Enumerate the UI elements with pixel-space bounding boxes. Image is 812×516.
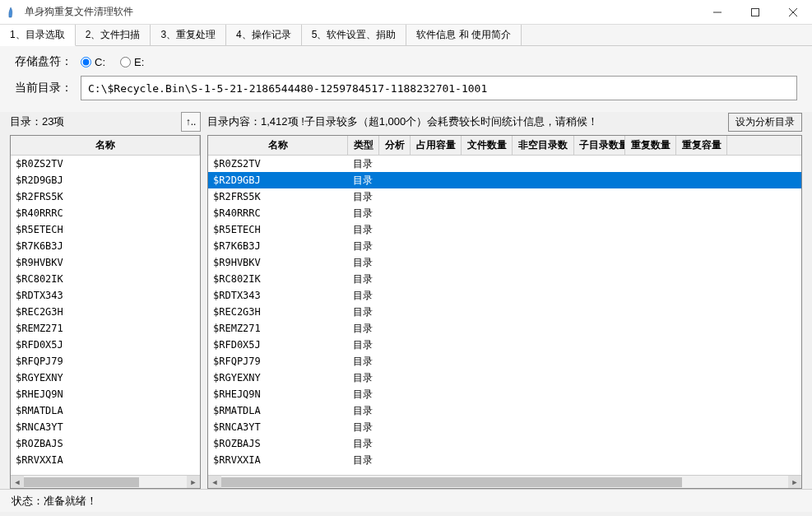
set-analysis-dir-button[interactable]: 设为分析目录: [728, 113, 802, 132]
table-row[interactable]: $RGYEXNY目录: [208, 370, 801, 386]
list-item[interactable]: $R5ETECH: [11, 221, 200, 238]
right-col-analysis[interactable]: 分析: [379, 136, 411, 155]
list-item[interactable]: $RC802IK: [11, 271, 200, 287]
list-item[interactable]: $RNCA3YT: [11, 419, 200, 435]
table-row[interactable]: $R0ZS2TV目录: [208, 156, 801, 172]
list-item[interactable]: $R2FRS5K: [11, 188, 200, 205]
right-col-dupcount[interactable]: 重复数量: [625, 136, 676, 155]
list-item[interactable]: $R7K6B3J: [11, 238, 200, 254]
scroll-thumb[interactable]: [24, 477, 139, 487]
cell-name: $RMATDLA: [208, 405, 348, 416]
cell-type: 目录: [348, 453, 379, 467]
svg-rect-1: [752, 8, 759, 16]
right-col-subdirs[interactable]: 子目录数量: [574, 136, 625, 155]
cell-type: 目录: [348, 223, 379, 237]
right-hscroll[interactable]: ◄ ►: [208, 475, 801, 488]
right-list-body[interactable]: $R0ZS2TV目录$R2D9GBJ目录$R2FRS5K目录$R40RRRC目录…: [208, 156, 801, 475]
table-row[interactable]: $ROZBAJS目录: [208, 435, 801, 452]
drive-radio-e[interactable]: E:: [120, 56, 144, 68]
right-col-files[interactable]: 文件数量: [462, 136, 513, 155]
scroll-thumb[interactable]: [221, 477, 682, 487]
app-icon: [7, 6, 20, 19]
list-item-name: $RNCA3YT: [11, 421, 200, 433]
list-item[interactable]: $R40RRRC: [11, 205, 200, 221]
list-item[interactable]: $R9HVBKV: [11, 254, 200, 271]
cell-name: $RFD0X5J: [208, 339, 348, 351]
table-row[interactable]: $R5ETECH目录: [208, 221, 801, 238]
up-dir-button[interactable]: ↑..: [181, 112, 201, 132]
table-row[interactable]: $RC802IK目录: [208, 271, 801, 287]
scroll-right-icon[interactable]: ►: [187, 476, 200, 489]
cell-type: 目录: [348, 355, 379, 369]
cell-type: 目录: [348, 421, 379, 435]
list-item-name: $RFQPJ79: [11, 356, 200, 367]
left-col-name[interactable]: 名称: [11, 136, 200, 155]
list-item[interactable]: $REC2G3H: [11, 304, 200, 320]
cell-name: $RFQPJ79: [208, 356, 348, 367]
tab-about[interactable]: 软件信息 和 使用简介: [406, 25, 522, 45]
list-item[interactable]: $R2D9GBJ: [11, 172, 200, 188]
scroll-right-icon[interactable]: ►: [788, 476, 801, 489]
cell-name: $R9HVBKV: [208, 257, 348, 268]
list-item[interactable]: $RHEJQ9N: [11, 386, 200, 402]
cell-name: $R40RRRC: [208, 207, 348, 219]
list-item[interactable]: $RGYEXNY: [11, 370, 200, 386]
cell-type: 目录: [348, 207, 379, 221]
table-row[interactable]: $RHEJQ9N目录: [208, 386, 801, 402]
close-button[interactable]: [774, 0, 812, 25]
left-hscroll[interactable]: ◄ ►: [11, 475, 200, 488]
list-item[interactable]: $ROZBAJS: [11, 435, 200, 452]
right-col-name[interactable]: 名称: [208, 136, 348, 155]
maximize-button[interactable]: [736, 0, 774, 25]
table-row[interactable]: $RNCA3YT目录: [208, 419, 801, 435]
status-label: 状态：: [12, 494, 44, 509]
cell-name: $REC2G3H: [208, 306, 348, 318]
list-item[interactable]: $RFD0X5J: [11, 337, 200, 353]
right-pane: 目录内容：1,412项 !子目录较多（超1,000个）会耗费较长时间统计信息，请…: [207, 112, 802, 489]
minimize-button[interactable]: [698, 0, 736, 25]
cell-type: 目录: [348, 322, 379, 336]
left-list-body[interactable]: $R0ZS2TV$R2D9GBJ$R2FRS5K$R40RRRC$R5ETECH…: [11, 156, 200, 475]
table-row[interactable]: $R40RRRC目录: [208, 205, 801, 221]
drive-radio-c[interactable]: C:: [81, 56, 105, 68]
list-item[interactable]: $REMZ271: [11, 320, 200, 337]
tab-op-log[interactable]: 4、操作记录: [226, 25, 302, 45]
list-item[interactable]: $RRVXXIA: [11, 452, 200, 468]
tab-file-scan[interactable]: 2、文件扫描: [76, 25, 151, 45]
right-col-dupsize[interactable]: 重复容量: [676, 136, 727, 155]
table-row[interactable]: $RFQPJ79目录: [208, 353, 801, 370]
list-item[interactable]: $RFQPJ79: [11, 353, 200, 370]
table-row[interactable]: $R9HVBKV目录: [208, 254, 801, 271]
top-panel: 存储盘符： C: E: 当前目录： C:\$Recycle.Bin\S-1-5-…: [0, 46, 812, 112]
right-col-type[interactable]: 类型: [348, 136, 379, 155]
table-row[interactable]: $RDTX343目录: [208, 287, 801, 304]
table-row[interactable]: $R2D9GBJ目录: [208, 172, 801, 188]
tab-dup-process[interactable]: 3、重复处理: [151, 25, 226, 45]
right-col-nonempty[interactable]: 非空目录数: [513, 136, 574, 155]
list-item-name: $RHEJQ9N: [11, 388, 200, 400]
list-item[interactable]: $R0ZS2TV: [11, 156, 200, 172]
right-info: 目录内容：1,412项 !子目录较多（超1,000个）会耗费较长时间统计信息，请…: [207, 114, 728, 129]
cell-name: $R5ETECH: [208, 224, 348, 235]
list-item[interactable]: $RDTX343: [11, 287, 200, 304]
table-row[interactable]: $RMATDLA目录: [208, 402, 801, 419]
right-col-size[interactable]: 占用容量: [411, 136, 462, 155]
table-row[interactable]: $RRVXXIA目录: [208, 452, 801, 468]
tab-settings[interactable]: 5、软件设置、捐助: [302, 25, 407, 45]
tab-dir-select[interactable]: 1、目录选取: [0, 25, 76, 46]
current-path-field[interactable]: C:\$Recycle.Bin\S-1-5-21-2186544480-1259…: [81, 76, 797, 100]
cell-type: 目录: [348, 272, 379, 286]
list-item-name: $REMZ271: [11, 323, 200, 334]
cell-name: $RRVXXIA: [208, 454, 348, 466]
table-row[interactable]: $R7K6B3J目录: [208, 238, 801, 254]
title-bar: 单身狗重复文件清理软件: [0, 0, 812, 25]
table-row[interactable]: $REC2G3H目录: [208, 304, 801, 320]
list-item[interactable]: $RMATDLA: [11, 402, 200, 419]
cell-type: 目录: [348, 157, 379, 171]
scroll-left-icon[interactable]: ◄: [208, 476, 221, 489]
table-row[interactable]: $RFD0X5J目录: [208, 337, 801, 353]
table-row[interactable]: $R2FRS5K目录: [208, 188, 801, 205]
left-pane: 目录：23项 ↑.. 名称 $R0ZS2TV$R2D9GBJ$R2FRS5K$R…: [10, 112, 201, 489]
table-row[interactable]: $REMZ271目录: [208, 320, 801, 337]
scroll-left-icon[interactable]: ◄: [11, 476, 24, 489]
